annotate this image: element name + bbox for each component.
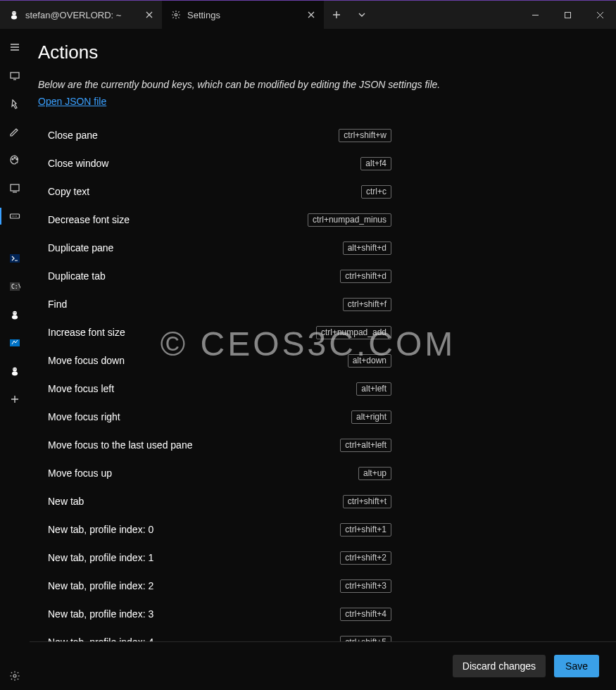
window-controls — [519, 1, 616, 29]
action-row[interactable]: New tab, profile index: 4ctrl+shift+5 — [38, 628, 391, 641]
action-row[interactable]: Increase font sizectrl+numpad_add — [38, 318, 391, 346]
shortcut-badge: ctrl+shift+t — [343, 495, 391, 508]
action-label: New tab — [48, 496, 84, 507]
new-tab-button[interactable] — [324, 1, 349, 29]
interaction-icon[interactable] — [0, 89, 30, 118]
svg-rect-6 — [11, 73, 19, 78]
shortcut-badge: ctrl+alt+left — [340, 439, 391, 452]
action-label: Move focus right — [48, 411, 120, 422]
shortcut-badge: ctrl+shift+2 — [340, 551, 391, 565]
shortcut-badge: alt+right — [351, 410, 391, 424]
svg-rect-12 — [10, 254, 20, 263]
maximize-button[interactable] — [551, 1, 584, 29]
svg-rect-19 — [10, 339, 20, 346]
shortcut-badge: ctrl+shift+f — [343, 298, 391, 311]
profile-cmd-icon[interactable]: C:\ — [0, 272, 30, 301]
action-row[interactable]: Move focus rightalt+right — [38, 403, 391, 431]
open-json-link[interactable]: Open JSON file — [38, 96, 106, 107]
startup-icon[interactable] — [0, 61, 30, 89]
rendering-icon[interactable] — [0, 174, 30, 202]
appearance-icon[interactable] — [0, 118, 30, 146]
save-button[interactable]: Save — [554, 655, 599, 677]
settings-gear-icon[interactable] — [0, 662, 30, 690]
profile-linux-icon[interactable] — [0, 301, 30, 329]
action-label: New tab, profile index: 3 — [48, 608, 153, 620]
shortcut-badge: ctrl+numpad_add — [316, 326, 391, 339]
svg-rect-10 — [11, 184, 19, 191]
tab-terminal[interactable]: stefan@OVERLORD: ~ — [0, 1, 162, 29]
shortcut-badge: ctrl+shift+3 — [340, 579, 391, 593]
actions-list: Close panectrl+shift+wClose windowalt+f4… — [38, 121, 391, 641]
tab-title: Settings — [187, 10, 300, 20]
sidebar: C:\ — [0, 29, 30, 690]
action-row[interactable]: Decrease font sizectrl+numpad_minus — [38, 206, 391, 234]
main-content: Actions Below are the currently bound ke… — [30, 29, 616, 690]
action-row[interactable]: New tab, profile index: 2ctrl+shift+3 — [38, 572, 391, 600]
shortcut-badge: ctrl+numpad_minus — [308, 213, 391, 227]
shortcut-badge: ctrl+c — [361, 185, 391, 199]
action-row[interactable]: Close windowalt+f4 — [38, 149, 391, 177]
tab-dropdown-button[interactable] — [349, 1, 375, 29]
action-row[interactable]: New tab, profile index: 0ctrl+shift+1 — [38, 515, 391, 544]
actions-icon[interactable] — [0, 202, 30, 230]
action-label: New tab, profile index: 4 — [48, 636, 153, 641]
tab-settings[interactable]: Settings — [162, 1, 324, 29]
tab-title: stefan@OVERLORD: ~ — [25, 10, 138, 20]
profile-azure-icon[interactable] — [0, 329, 30, 357]
action-label: Close window — [48, 158, 108, 169]
add-profile-button[interactable] — [0, 385, 30, 413]
svg-point-1 — [11, 15, 17, 20]
action-row[interactable]: Move focus to the last used panectrl+alt… — [38, 431, 391, 459]
close-icon[interactable] — [306, 9, 317, 20]
svg-point-3 — [15, 13, 15, 13]
action-row[interactable]: Copy textctrl+c — [38, 177, 391, 206]
minimize-button[interactable] — [519, 1, 551, 29]
hamburger-icon[interactable] — [0, 33, 30, 61]
action-label: Duplicate tab — [48, 270, 106, 282]
shortcut-badge: alt+up — [358, 467, 391, 480]
action-row[interactable]: Close panectrl+shift+w — [38, 121, 391, 149]
discard-button[interactable]: Discard changes — [453, 655, 546, 677]
action-row[interactable]: New tab, profile index: 3ctrl+shift+4 — [38, 600, 391, 628]
svg-point-21 — [12, 372, 18, 376]
svg-point-22 — [13, 369, 14, 370]
shortcut-badge: ctrl+shift+1 — [340, 523, 391, 537]
close-icon[interactable] — [144, 9, 155, 20]
close-window-button[interactable] — [584, 1, 616, 29]
action-row[interactable]: New tab, profile index: 1ctrl+shift+2 — [38, 544, 391, 572]
action-row[interactable]: Move focus leftalt+left — [38, 375, 391, 403]
svg-point-23 — [15, 369, 16, 370]
action-row[interactable]: Move focus upalt+up — [38, 459, 391, 487]
profile-linux2-icon[interactable] — [0, 357, 30, 385]
svg-point-18 — [15, 313, 16, 313]
svg-point-7 — [12, 158, 13, 160]
profile-powershell-icon[interactable] — [0, 244, 30, 272]
action-label: Move focus down — [48, 355, 125, 366]
svg-rect-5 — [565, 12, 570, 18]
svg-point-16 — [12, 315, 18, 320]
color-schemes-icon[interactable] — [0, 146, 30, 174]
shortcut-badge: alt+left — [356, 382, 391, 396]
footer: Discard changes Save — [30, 641, 616, 690]
action-row[interactable]: Duplicate panealt+shift+d — [38, 234, 391, 262]
svg-point-4 — [175, 13, 177, 16]
action-row[interactable]: New tabctrl+shift+t — [38, 487, 391, 515]
action-label: Decrease font size — [48, 214, 130, 225]
action-label: New tab, profile index: 2 — [48, 580, 153, 591]
svg-point-9 — [16, 158, 18, 160]
action-label: Move focus to the last used pane — [48, 439, 192, 451]
penguin-icon — [8, 9, 20, 20]
svg-point-20 — [13, 368, 17, 372]
shortcut-badge: ctrl+shift+5 — [340, 636, 391, 642]
action-label: Copy text — [48, 186, 89, 197]
action-row[interactable]: Move focus downalt+down — [38, 346, 391, 375]
shortcut-badge: ctrl+shift+4 — [340, 608, 391, 621]
action-row[interactable]: Findctrl+shift+f — [38, 290, 391, 318]
action-row[interactable]: Duplicate tabctrl+shift+d — [38, 262, 391, 290]
svg-point-24 — [13, 675, 16, 677]
action-label: New tab, profile index: 1 — [48, 552, 153, 563]
svg-point-15 — [13, 311, 17, 315]
action-label: Find — [48, 299, 67, 310]
gear-icon — [170, 9, 182, 20]
svg-text:C:\: C:\ — [11, 284, 20, 290]
